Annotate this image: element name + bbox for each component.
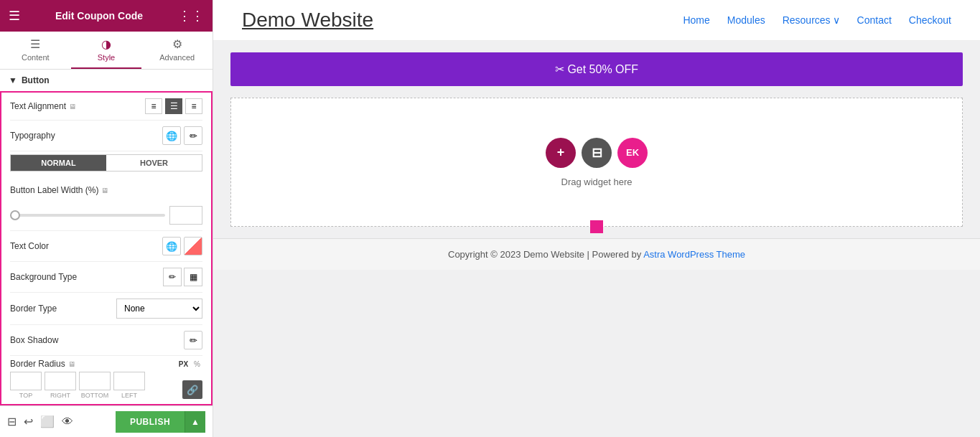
left-panel: ☰ Edit Coupon Code ⋮⋮ ☰ Content ◑ Style … (0, 0, 213, 437)
typography-row: Typography 🌐 ✏ (1, 121, 211, 151)
panel-tabs: ☰ Content ◑ Style ⚙ Advanced (0, 32, 213, 70)
footer-link[interactable]: Astra WordPress Theme (643, 249, 745, 260)
nav-home[interactable]: Home (683, 14, 709, 26)
button-width-input[interactable] (169, 206, 202, 225)
text-alignment-row: Text Alignment 🖥 ≡ ☰ ≡ (1, 93, 211, 120)
radius-left-wrap: LEFT (113, 372, 145, 399)
nav-resources[interactable]: Resources ∨ (783, 14, 840, 26)
bottom-bar: ⊟ ↩ ⬜ 👁 PUBLISH ▲ (0, 405, 213, 437)
panel-content-area: Text Alignment 🖥 ≡ ☰ ≡ Typography 🌐 ✏ NO… (0, 91, 213, 405)
text-color-swatch[interactable] (184, 237, 202, 255)
border-radius-label-row: Border Radius 🖥 PX % (10, 359, 202, 369)
nav-modules[interactable]: Modules (727, 14, 765, 26)
radius-left-input[interactable] (113, 372, 145, 390)
publish-btn-wrap: PUBLISH ▲ (116, 411, 205, 433)
promo-text: Get 50% OFF (567, 63, 638, 75)
widget-action-btns: + ⊟ EK (546, 138, 648, 168)
box-shadow-label: Box Shadow (10, 335, 58, 345)
drag-text: Drag widget here (561, 177, 633, 187)
scissors-icon: ✂ (555, 63, 567, 75)
align-left-btn[interactable]: ≡ (145, 98, 162, 114)
radius-right-input[interactable] (45, 372, 76, 390)
border-radius-inputs: TOP RIGHT BOTTOM LEFT 🔗 (10, 372, 202, 399)
button-section-header[interactable]: ▼ Button (0, 70, 213, 91)
box-shadow-edit-btn[interactable]: ✏ (184, 331, 202, 349)
normal-hover-tabs: NORMAL HOVER (10, 154, 202, 171)
border-type-select[interactable]: None Solid Dashed Dotted Double (116, 299, 202, 319)
radius-bottom-label: BOTTOM (81, 392, 108, 399)
publish-button[interactable]: PUBLISH (116, 411, 185, 433)
radius-right-label: RIGHT (50, 392, 70, 399)
slider-row (1, 203, 211, 230)
unit-px-btn[interactable]: PX (177, 360, 190, 369)
red-square-indicator (590, 220, 603, 233)
radius-right-wrap: RIGHT (45, 372, 76, 399)
bg-type-controls: ✏ ▦ (163, 268, 202, 286)
panel-header: ☰ Edit Coupon Code ⋮⋮ (0, 0, 213, 32)
slider-input-row (10, 206, 202, 225)
monitor-icon-2: 🖥 (101, 187, 108, 194)
text-alignment-label: Text Alignment 🖥 (10, 101, 76, 111)
content-tab-label: Content (22, 53, 50, 62)
tab-content[interactable]: ☰ Content (0, 32, 71, 69)
slider-track[interactable] (10, 214, 165, 217)
align-right-btn[interactable]: ≡ (185, 98, 202, 114)
content-tab-icon: ☰ (30, 37, 40, 51)
radius-link-btn[interactable]: 🔗 (182, 380, 202, 399)
publish-arrow-btn[interactable]: ▲ (185, 411, 205, 433)
chevron-down-icon-2: ∨ (833, 14, 840, 26)
tab-style[interactable]: ◑ Style (71, 32, 142, 69)
text-color-global-btn[interactable]: 🌐 (162, 237, 181, 255)
responsive-icon[interactable]: ⬜ (40, 415, 55, 428)
promo-bar: ✂ Get 50% OFF (230, 52, 963, 86)
monitor-icon: 🖥 (69, 103, 76, 111)
monitor-icon-3: 🖥 (68, 360, 75, 368)
border-type-label: Border Type (10, 304, 57, 314)
text-color-row: Text Color 🌐 (1, 231, 211, 261)
bg-solid-btn[interactable]: ✏ (163, 268, 182, 286)
typography-edit-btn[interactable]: ✏ (184, 126, 202, 145)
eye-icon[interactable]: 👁 (62, 415, 73, 428)
radius-bottom-input[interactable] (79, 372, 111, 390)
box-shadow-controls: ✏ (184, 331, 202, 349)
main-content: Demo Website Home Modules Resources ∨ Co… (213, 0, 980, 437)
grid-widget-btn[interactable]: ⊟ (582, 138, 612, 168)
radius-left-label: LEFT (121, 392, 137, 399)
nav-checkout[interactable]: Checkout (909, 14, 951, 26)
box-shadow-row: Box Shadow ✏ (1, 325, 211, 355)
chevron-down-icon: ▼ (9, 75, 17, 85)
normal-tab[interactable]: NORMAL (11, 155, 106, 171)
border-radius-units: PX % (177, 360, 202, 369)
layers-icon[interactable]: ⊟ (7, 415, 17, 428)
radius-top-wrap: TOP (10, 372, 42, 399)
widget-drop-area[interactable]: + ⊟ EK Drag widget here (230, 98, 963, 227)
background-type-label: Background Type (10, 272, 77, 282)
radius-top-label: TOP (19, 392, 32, 399)
hamburger-icon[interactable]: ☰ (9, 8, 20, 24)
site-footer: Copyright © 2023 Demo Website | Powered … (213, 238, 980, 270)
undo-icon[interactable]: ↩ (24, 415, 33, 428)
style-tab-label: Style (98, 53, 115, 62)
background-type-row: Background Type ✏ ▦ (1, 262, 211, 292)
grid-icon[interactable]: ⋮⋮ (178, 8, 204, 24)
typography-global-btn[interactable]: 🌐 (162, 126, 181, 145)
hover-tab[interactable]: HOVER (106, 155, 202, 171)
advanced-tab-icon: ⚙ (172, 37, 182, 51)
add-widget-btn[interactable]: + (546, 138, 576, 168)
website-header: Demo Website Home Modules Resources ∨ Co… (213, 0, 980, 41)
style-tab-icon: ◑ (101, 37, 111, 51)
nav-contact[interactable]: Contact (857, 14, 892, 26)
bg-gradient-btn[interactable]: ▦ (184, 268, 202, 286)
slider-thumb[interactable] (10, 210, 20, 220)
typography-controls: 🌐 ✏ (162, 126, 202, 145)
border-radius-row: Border Radius 🖥 PX % TOP RIGHT (1, 356, 211, 405)
button-label-width-row: Button Label Width (%) 🖥 (1, 177, 211, 203)
site-title: Demo Website (242, 9, 373, 32)
bottom-bar-icons: ⊟ ↩ ⬜ 👁 (7, 415, 73, 428)
tab-advanced[interactable]: ⚙ Advanced (141, 32, 213, 69)
ek-widget-btn[interactable]: EK (617, 138, 648, 168)
site-nav: Home Modules Resources ∨ Contact Checkou… (683, 14, 951, 26)
radius-top-input[interactable] (10, 372, 42, 390)
align-center-btn[interactable]: ☰ (165, 98, 182, 114)
unit-percent-btn[interactable]: % (192, 360, 202, 369)
